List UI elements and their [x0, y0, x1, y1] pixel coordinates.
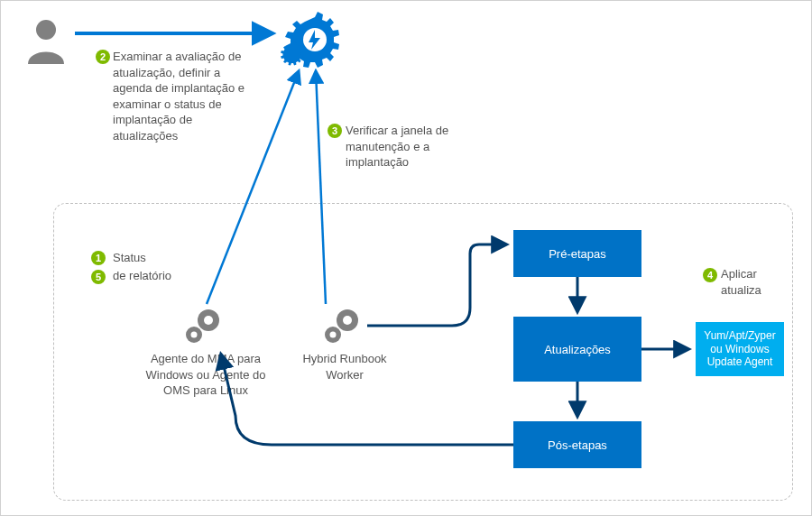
- hrw-label: Hybrid Runbook Worker: [295, 351, 394, 382]
- step-badge-1: 1: [91, 251, 106, 265]
- hrw-gears-icon: [322, 308, 364, 346]
- report-status-label-2: de relatório: [113, 268, 171, 284]
- user-icon: [24, 17, 68, 64]
- post-steps-box: Pós-etapas: [513, 421, 641, 468]
- step-4-label-2: atualiza: [721, 282, 761, 299]
- svg-point-3: [204, 316, 213, 325]
- svg-point-0: [36, 20, 56, 40]
- step-badge-2: 2: [96, 50, 110, 64]
- step-3-label: Verificar a janela de manutenção e a imp…: [346, 123, 476, 170]
- step-4-label-1: Aplicar: [721, 266, 757, 282]
- step-badge-5: 5: [91, 270, 106, 284]
- step-badge-3: 3: [328, 124, 342, 138]
- step-2-label: Examinar a avaliação de atualização, def…: [113, 49, 257, 143]
- automation-gear-icon: [279, 12, 340, 68]
- mma-gears-icon: [183, 308, 225, 346]
- svg-point-9: [330, 332, 337, 338]
- pre-steps-box: Pré-etapas: [513, 230, 641, 277]
- updates-box: Atualizações: [513, 317, 641, 382]
- svg-point-7: [343, 316, 352, 325]
- report-status-label-1: Status: [113, 250, 146, 266]
- svg-point-5: [191, 332, 198, 338]
- mma-agent-label: Agente do MMA para Windows ou Agente do …: [138, 351, 273, 399]
- step-badge-4: 4: [703, 268, 717, 282]
- package-agent-box: Yum/Apt/Zyper ou Windows Update Agent: [696, 322, 784, 376]
